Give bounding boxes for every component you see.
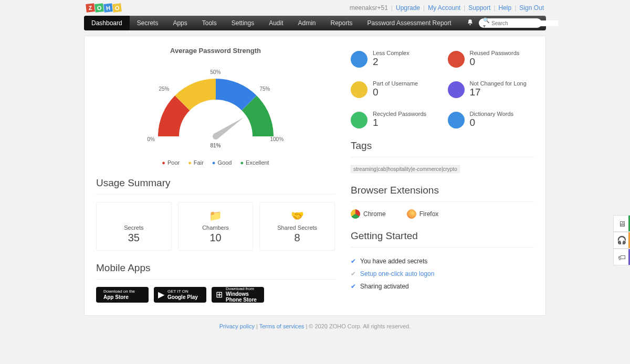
zoho-logo: ZOHO bbox=[86, 4, 121, 12]
search-input[interactable] bbox=[491, 20, 558, 26]
side-tab-pricing[interactable]: 🏷 bbox=[613, 249, 630, 265]
ext-firefox[interactable]: Firefox bbox=[407, 209, 439, 219]
ext-title: Browser Extensions bbox=[351, 185, 534, 196]
side-tab-desktop[interactable]: 🖥 bbox=[613, 215, 630, 232]
check-icon: ✔ bbox=[351, 283, 356, 290]
gs-item-3: ✔Sharing activated bbox=[351, 280, 534, 293]
svg-point-1 bbox=[213, 133, 219, 140]
check-icon: ✔ bbox=[351, 258, 356, 265]
stat-dictionary[interactable]: Dictionary Words0 bbox=[448, 111, 534, 129]
tick-50: 50% bbox=[211, 69, 221, 75]
check-icon: ✔ bbox=[351, 270, 356, 277]
ext-chrome[interactable]: Chrome bbox=[351, 209, 386, 219]
tab-reports[interactable]: Reports bbox=[323, 16, 360, 30]
tick-75: 75% bbox=[260, 86, 270, 92]
windows-store-button[interactable]: ⊞ Download fromWindows Phone Store bbox=[212, 287, 264, 303]
google-play-button[interactable]: ▶ GET IT ONGoogle Play bbox=[154, 287, 206, 303]
footer: Privacy policy | Terms of services | © 2… bbox=[84, 323, 546, 329]
strength-gauge: 0% 25% 50% 75% 100% 81% bbox=[132, 58, 300, 157]
gauge-value: 81% bbox=[211, 143, 221, 148]
tab-settings[interactable]: Settings bbox=[224, 16, 261, 30]
gs-title: Getting Started bbox=[351, 230, 534, 242]
card-secrets[interactable]: Secrets 35 bbox=[96, 202, 172, 251]
gs-item-1: ✔You have added secrets bbox=[351, 255, 534, 267]
card-shared[interactable]: 🤝 Shared Secrets 8 bbox=[259, 202, 335, 251]
stat-less-complex[interactable]: Less Complex2 bbox=[351, 50, 437, 68]
tag-list[interactable]: streaming|cab|hospitality|e-commerce|cry… bbox=[351, 165, 460, 173]
gs-item-2[interactable]: ✔Setup one-click auto logon bbox=[351, 267, 534, 280]
card-chambers[interactable]: 📁 Chambers 10 bbox=[178, 202, 254, 251]
link-terms[interactable]: Terms of services bbox=[259, 323, 304, 329]
tab-tools[interactable]: Tools bbox=[195, 16, 224, 30]
tab-apps[interactable]: Apps bbox=[165, 16, 194, 30]
windows-icon: ⊞ bbox=[216, 290, 223, 299]
tab-admin[interactable]: Admin bbox=[291, 16, 323, 30]
tick-25: 25% bbox=[159, 86, 170, 92]
tab-password-assessment[interactable]: Password Assessment Report bbox=[360, 16, 459, 30]
folder-icon: 📁 bbox=[178, 210, 253, 221]
main-nav: Dashboard Secrets Apps Tools Settings Au… bbox=[84, 16, 546, 30]
stat-recycled[interactable]: Recycled Passwords1 bbox=[351, 111, 437, 129]
monitor-icon: 🖥 bbox=[618, 219, 626, 228]
mobile-title: Mobile Apps bbox=[96, 262, 335, 274]
tab-dashboard[interactable]: Dashboard bbox=[84, 16, 130, 30]
side-tab-support[interactable]: 🎧 bbox=[613, 232, 630, 249]
price-tag-icon: 🏷 bbox=[618, 253, 626, 262]
usage-title: Usage Summary bbox=[96, 177, 335, 189]
firefox-icon bbox=[407, 209, 416, 219]
share-icon: 🤝 bbox=[260, 210, 334, 221]
gauge-title: Average Password Strength bbox=[96, 47, 335, 55]
tick-0: 0% bbox=[148, 136, 155, 142]
headset-icon: 🎧 bbox=[617, 235, 627, 245]
link-help[interactable]: Help bbox=[498, 4, 511, 12]
secrets-icon bbox=[97, 210, 171, 221]
tab-secrets[interactable]: Secrets bbox=[130, 16, 166, 30]
stat-username[interactable]: Part of Username0 bbox=[351, 80, 437, 98]
chrome-icon bbox=[351, 209, 360, 219]
app-store-button[interactable]: Download on theApp Store bbox=[96, 287, 149, 303]
play-icon: ▶ bbox=[158, 290, 164, 299]
link-upgrade[interactable]: Upgrade bbox=[396, 4, 420, 12]
gauge-legend: Poor Fair Good Excellent bbox=[96, 159, 335, 166]
search-icon: 🔍▾ bbox=[483, 17, 489, 29]
link-my-account[interactable]: My Account bbox=[428, 4, 460, 12]
stat-not-changed[interactable]: Not Changed for Long17 bbox=[448, 80, 534, 98]
notifications-icon[interactable] bbox=[467, 19, 474, 27]
stat-grid: Less Complex2 Reused Passwords0 Part of … bbox=[351, 50, 534, 129]
stat-reused[interactable]: Reused Passwords0 bbox=[448, 50, 534, 68]
link-sign-out[interactable]: Sign Out bbox=[519, 4, 544, 12]
username-label: meenaksr+51 bbox=[350, 4, 388, 12]
tick-100: 100% bbox=[270, 136, 284, 142]
link-privacy[interactable]: Privacy policy bbox=[219, 323, 255, 329]
search-box[interactable]: 🔍▾ bbox=[479, 18, 542, 28]
tab-audit[interactable]: Audit bbox=[261, 16, 290, 30]
tags-title: Tags bbox=[351, 140, 534, 152]
link-support[interactable]: Support bbox=[468, 4, 490, 12]
